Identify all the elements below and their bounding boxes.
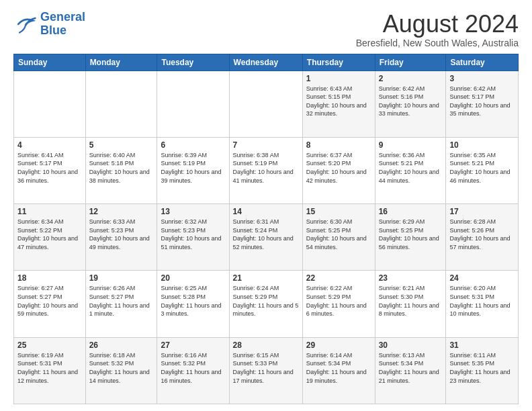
day-number: 5 <box>89 140 154 150</box>
calendar-cell: 1Sunrise: 6:43 AM Sunset: 5:15 PM Daylig… <box>302 71 375 137</box>
calendar-cell: 9Sunrise: 6:36 AM Sunset: 5:21 PM Daylig… <box>375 137 446 203</box>
day-number: 13 <box>161 207 225 216</box>
calendar-cell: 13Sunrise: 6:32 AM Sunset: 5:23 PM Dayli… <box>157 204 229 271</box>
day-info: Sunrise: 6:22 AM Sunset: 5:29 PM Dayligh… <box>306 284 371 318</box>
day-info: Sunrise: 6:24 AM Sunset: 5:29 PM Dayligh… <box>233 284 299 318</box>
day-number: 25 <box>17 340 82 350</box>
weekday-header-tuesday: Tuesday <box>157 54 229 71</box>
day-info: Sunrise: 6:15 AM Sunset: 5:33 PM Dayligh… <box>233 351 299 385</box>
day-number: 10 <box>449 140 515 150</box>
day-number: 15 <box>306 207 371 216</box>
calendar-cell: 29Sunrise: 6:14 AM Sunset: 5:34 PM Dayli… <box>302 337 375 404</box>
calendar-week-2: 4Sunrise: 6:41 AM Sunset: 5:17 PM Daylig… <box>14 137 519 203</box>
day-info: Sunrise: 6:36 AM Sunset: 5:21 PM Dayligh… <box>379 151 443 185</box>
day-info: Sunrise: 6:20 AM Sunset: 5:31 PM Dayligh… <box>449 284 515 318</box>
day-number: 4 <box>17 140 82 150</box>
day-number: 16 <box>379 207 443 216</box>
day-info: Sunrise: 6:28 AM Sunset: 5:26 PM Dayligh… <box>449 218 515 251</box>
calendar-subtitle: Beresfield, New South Wales, Australia <box>356 38 519 48</box>
day-number: 29 <box>306 340 371 350</box>
day-info: Sunrise: 6:29 AM Sunset: 5:25 PM Dayligh… <box>379 218 443 251</box>
calendar-cell: 21Sunrise: 6:24 AM Sunset: 5:29 PM Dayli… <box>229 271 302 337</box>
calendar-cell: 16Sunrise: 6:29 AM Sunset: 5:25 PM Dayli… <box>375 204 446 271</box>
calendar-cell: 10Sunrise: 6:35 AM Sunset: 5:21 PM Dayli… <box>446 137 519 203</box>
day-info: Sunrise: 6:41 AM Sunset: 5:17 PM Dayligh… <box>17 151 82 185</box>
day-info: Sunrise: 6:33 AM Sunset: 5:23 PM Dayligh… <box>89 218 154 251</box>
calendar-cell: 22Sunrise: 6:22 AM Sunset: 5:29 PM Dayli… <box>302 271 375 337</box>
calendar-table: SundayMondayTuesdayWednesdayThursdayFrid… <box>13 54 519 404</box>
calendar-cell: 12Sunrise: 6:33 AM Sunset: 5:23 PM Dayli… <box>85 204 157 271</box>
day-info: Sunrise: 6:38 AM Sunset: 5:19 PM Dayligh… <box>233 151 299 185</box>
calendar-week-3: 11Sunrise: 6:34 AM Sunset: 5:22 PM Dayli… <box>14 204 519 271</box>
weekday-header-monday: Monday <box>85 54 157 71</box>
calendar-cell: 26Sunrise: 6:18 AM Sunset: 5:32 PM Dayli… <box>85 337 157 404</box>
weekday-header-row: SundayMondayTuesdayWednesdayThursdayFrid… <box>14 54 519 71</box>
day-number: 28 <box>233 340 299 350</box>
calendar-cell <box>229 71 302 137</box>
day-number: 14 <box>233 207 299 216</box>
day-number: 21 <box>233 273 299 283</box>
day-number: 3 <box>449 74 515 83</box>
day-number: 26 <box>89 340 154 350</box>
day-number: 30 <box>379 340 443 350</box>
day-info: Sunrise: 6:14 AM Sunset: 5:34 PM Dayligh… <box>306 351 371 385</box>
calendar-week-1: 1Sunrise: 6:43 AM Sunset: 5:15 PM Daylig… <box>14 71 519 137</box>
day-info: Sunrise: 6:16 AM Sunset: 5:32 PM Dayligh… <box>161 351 225 385</box>
logo-text: General Blue <box>40 11 85 38</box>
weekday-header-sunday: Sunday <box>14 54 86 71</box>
day-number: 24 <box>449 273 515 283</box>
day-info: Sunrise: 6:25 AM Sunset: 5:28 PM Dayligh… <box>161 284 225 318</box>
day-info: Sunrise: 6:31 AM Sunset: 5:24 PM Dayligh… <box>233 218 299 251</box>
day-number: 1 <box>306 74 371 83</box>
calendar-title: August 2024 <box>356 11 519 38</box>
day-info: Sunrise: 6:30 AM Sunset: 5:25 PM Dayligh… <box>306 218 371 251</box>
day-info: Sunrise: 6:42 AM Sunset: 5:16 PM Dayligh… <box>379 85 443 118</box>
day-info: Sunrise: 6:37 AM Sunset: 5:20 PM Dayligh… <box>306 151 371 185</box>
weekday-header-saturday: Saturday <box>446 54 519 71</box>
calendar-cell: 24Sunrise: 6:20 AM Sunset: 5:31 PM Dayli… <box>446 271 519 337</box>
calendar-cell: 28Sunrise: 6:15 AM Sunset: 5:33 PM Dayli… <box>229 337 302 404</box>
day-number: 31 <box>449 340 515 350</box>
calendar-cell: 17Sunrise: 6:28 AM Sunset: 5:26 PM Dayli… <box>446 204 519 271</box>
calendar-cell: 6Sunrise: 6:39 AM Sunset: 5:19 PM Daylig… <box>157 137 229 203</box>
day-info: Sunrise: 6:40 AM Sunset: 5:18 PM Dayligh… <box>89 151 154 185</box>
day-number: 19 <box>89 273 154 283</box>
logo-icon <box>13 12 38 36</box>
calendar-cell: 30Sunrise: 6:13 AM Sunset: 5:34 PM Dayli… <box>375 337 446 404</box>
day-number: 22 <box>306 273 371 283</box>
calendar-cell: 20Sunrise: 6:25 AM Sunset: 5:28 PM Dayli… <box>157 271 229 337</box>
page: General Blue August 2024 Beresfield, New… <box>0 0 532 411</box>
day-info: Sunrise: 6:42 AM Sunset: 5:17 PM Dayligh… <box>449 85 515 118</box>
day-number: 18 <box>17 273 82 283</box>
day-number: 6 <box>161 140 225 150</box>
calendar-cell: 18Sunrise: 6:27 AM Sunset: 5:27 PM Dayli… <box>14 271 86 337</box>
day-info: Sunrise: 6:13 AM Sunset: 5:34 PM Dayligh… <box>379 351 443 385</box>
day-number: 17 <box>449 207 515 216</box>
day-info: Sunrise: 6:26 AM Sunset: 5:27 PM Dayligh… <box>89 284 154 318</box>
day-info: Sunrise: 6:32 AM Sunset: 5:23 PM Dayligh… <box>161 218 225 251</box>
day-number: 23 <box>379 273 443 283</box>
day-number: 20 <box>161 273 225 283</box>
weekday-header-thursday: Thursday <box>302 54 375 71</box>
calendar-cell: 31Sunrise: 6:11 AM Sunset: 5:35 PM Dayli… <box>446 337 519 404</box>
title-block: August 2024 Beresfield, New South Wales,… <box>356 11 519 48</box>
calendar-week-4: 18Sunrise: 6:27 AM Sunset: 5:27 PM Dayli… <box>14 271 519 337</box>
logo-blue: Blue <box>40 24 66 37</box>
calendar-cell: 2Sunrise: 6:42 AM Sunset: 5:16 PM Daylig… <box>375 71 446 137</box>
day-info: Sunrise: 6:34 AM Sunset: 5:22 PM Dayligh… <box>17 218 82 251</box>
calendar-cell: 14Sunrise: 6:31 AM Sunset: 5:24 PM Dayli… <box>229 204 302 271</box>
calendar-cell: 25Sunrise: 6:19 AM Sunset: 5:31 PM Dayli… <box>14 337 86 404</box>
day-info: Sunrise: 6:27 AM Sunset: 5:27 PM Dayligh… <box>17 284 82 318</box>
day-info: Sunrise: 6:43 AM Sunset: 5:15 PM Dayligh… <box>306 85 371 118</box>
day-number: 7 <box>233 140 299 150</box>
calendar-cell <box>157 71 229 137</box>
day-info: Sunrise: 6:21 AM Sunset: 5:30 PM Dayligh… <box>379 284 443 318</box>
calendar-cell <box>14 71 86 137</box>
calendar-cell: 4Sunrise: 6:41 AM Sunset: 5:17 PM Daylig… <box>14 137 86 203</box>
day-number: 8 <box>306 140 371 150</box>
day-info: Sunrise: 6:35 AM Sunset: 5:21 PM Dayligh… <box>449 151 515 185</box>
day-info: Sunrise: 6:39 AM Sunset: 5:19 PM Dayligh… <box>161 151 225 185</box>
calendar-cell: 5Sunrise: 6:40 AM Sunset: 5:18 PM Daylig… <box>85 137 157 203</box>
calendar-cell <box>85 71 157 137</box>
day-info: Sunrise: 6:18 AM Sunset: 5:32 PM Dayligh… <box>89 351 154 385</box>
